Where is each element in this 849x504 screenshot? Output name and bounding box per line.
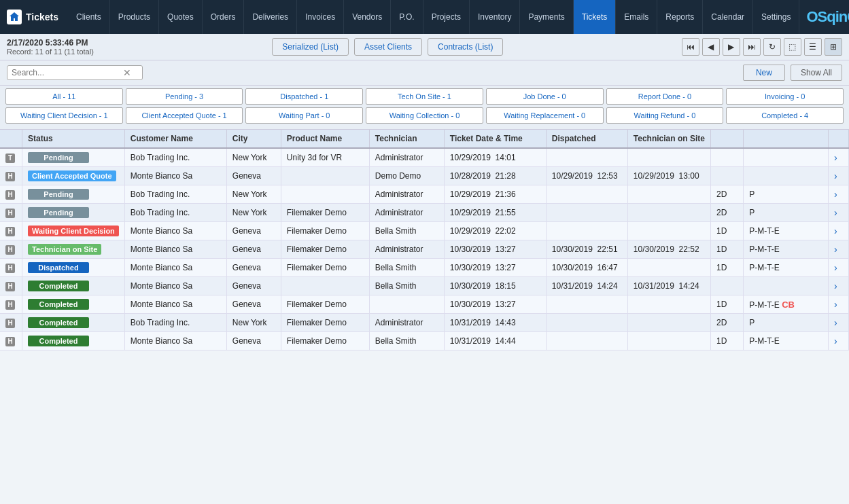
row-detail-chevron[interactable]: › — [834, 336, 837, 346]
cell-arrow[interactable]: › — [829, 204, 849, 222]
filter-all[interactable]: All - 11 — [5, 88, 123, 105]
prev-record-button[interactable]: ◀ — [702, 38, 720, 56]
row-detail-chevron[interactable]: › — [834, 170, 837, 181]
table-row: H Waiting Client Decision Monte Bianco S… — [0, 222, 849, 240]
menu-button[interactable]: ☰ — [804, 38, 822, 56]
nav-deliveries[interactable]: Deliveries — [244, 0, 297, 34]
cell-arrow[interactable]: › — [829, 295, 849, 314]
cell-technician: Administrator — [369, 148, 444, 167]
nav-clients[interactable]: Clients — [68, 0, 110, 34]
filter-tech-on-site[interactable]: Tech On Site - 1 — [366, 88, 483, 105]
first-record-button[interactable]: ⏮ — [682, 38, 699, 56]
nav-vendors[interactable]: Vendors — [344, 0, 391, 34]
next-record-button[interactable]: ▶ — [723, 38, 740, 56]
asset-clients-button[interactable]: Asset Clients — [354, 38, 422, 56]
cell-product: Filemaker Demo — [281, 314, 369, 332]
filter-waiting-collection[interactable]: Waiting Collection - 0 — [366, 107, 483, 124]
nav-inventory[interactable]: Inventory — [470, 0, 520, 34]
cell-status: Technician on Site — [22, 240, 125, 259]
row-detail-chevron[interactable]: › — [834, 317, 837, 328]
cell-dispatched — [546, 332, 627, 350]
contracts-list-button[interactable]: Contracts (List) — [428, 38, 503, 56]
cell-extra2: P-M-T-E — [744, 259, 829, 277]
cell-customer: Bob Trading Inc. — [124, 185, 226, 204]
cell-product: Filemaker Demo — [281, 259, 369, 277]
nav-orders[interactable]: Orders — [203, 0, 245, 34]
cell-arrow[interactable]: › — [829, 240, 849, 259]
cell-arrow[interactable]: › — [829, 185, 849, 204]
cell-extra1: 1D — [710, 222, 743, 240]
cell-city: New York — [226, 148, 281, 167]
filter-client-accepted-quote[interactable]: Client Accepted Quote - 1 — [126, 107, 243, 124]
cell-type: H — [0, 167, 22, 185]
row-detail-chevron[interactable]: › — [834, 244, 837, 255]
expand-button[interactable]: ⬚ — [784, 38, 801, 56]
filter-dispatched[interactable]: Dispatched - 1 — [245, 88, 363, 105]
type-badge: H — [5, 172, 15, 181]
nav-po[interactable]: P.O. — [391, 0, 423, 34]
app-logo[interactable]: Tickets — [0, 0, 68, 34]
table-row: H Completed Monte Bianco Sa Geneva Filem… — [0, 295, 849, 314]
nav-payments[interactable]: Payments — [520, 0, 573, 34]
filter-report-done[interactable]: Report Done - 0 — [606, 88, 724, 105]
nav-settings[interactable]: Settings — [753, 0, 799, 34]
cell-extra1 — [710, 167, 743, 185]
nav-quotes[interactable]: Quotes — [159, 0, 203, 34]
grid-view-button[interactable]: ⊞ — [825, 38, 842, 56]
filter-waiting-part[interactable]: Waiting Part - 0 — [245, 107, 363, 124]
table-row: H Completed Monte Bianco Sa Geneva Bella… — [0, 277, 849, 295]
cell-dispatched — [546, 148, 627, 167]
type-badge: H — [5, 245, 15, 255]
row-detail-chevron[interactable]: › — [834, 189, 837, 200]
table-row: H Completed Monte Bianco Sa Geneva Filem… — [0, 332, 849, 350]
filter-pending[interactable]: Pending - 3 — [126, 88, 243, 105]
row-detail-chevron[interactable]: › — [834, 152, 837, 163]
cell-arrow[interactable]: › — [829, 259, 849, 277]
cell-extra2: P — [744, 185, 829, 204]
show-all-button[interactable]: Show All — [791, 65, 842, 81]
row-detail-chevron[interactable]: › — [834, 262, 837, 273]
cell-status: Waiting Client Decision — [22, 222, 125, 240]
cell-product: Filemaker Demo — [281, 222, 369, 240]
cell-arrow[interactable]: › — [829, 222, 849, 240]
new-button[interactable]: New — [743, 65, 785, 81]
refresh-button[interactable]: ↻ — [763, 38, 781, 56]
nav-tickets[interactable]: Tickets — [574, 0, 617, 34]
filter-invoicing[interactable]: Invoicing - 0 — [726, 88, 844, 105]
cell-arrow[interactable]: › — [829, 314, 849, 332]
filter-waiting-client-decision[interactable]: Waiting Client Decision - 1 — [5, 107, 123, 124]
nav-reports[interactable]: Reports — [657, 0, 703, 34]
cell-extra1: 1D — [710, 332, 743, 350]
nav-products[interactable]: Products — [110, 0, 159, 34]
filter-job-done[interactable]: Job Done - 0 — [486, 88, 604, 105]
cell-extra2 — [744, 148, 829, 167]
cell-arrow[interactable]: › — [829, 277, 849, 295]
nav-invoices[interactable]: Invoices — [297, 0, 344, 34]
filter-waiting-refund[interactable]: Waiting Refund - 0 — [606, 107, 724, 124]
cell-type: H — [0, 295, 22, 314]
cell-arrow[interactable]: › — [829, 167, 849, 185]
row-detail-chevron[interactable]: › — [834, 281, 837, 291]
col-header-status: Status — [22, 130, 125, 148]
row-detail-chevron[interactable]: › — [834, 226, 837, 236]
last-record-button[interactable]: ⏭ — [743, 38, 761, 56]
nav-emails[interactable]: Emails — [616, 0, 657, 34]
cell-arrow[interactable]: › — [829, 148, 849, 167]
filter-waiting-replacement[interactable]: Waiting Replacement - 0 — [486, 107, 604, 124]
cell-ticket-datetime: 10/29/2019 21:36 — [444, 185, 546, 204]
search-clear-icon[interactable]: ✕ — [123, 67, 131, 78]
row-detail-chevron[interactable]: › — [834, 207, 837, 218]
cell-dispatched — [546, 314, 627, 332]
nav-projects[interactable]: Projects — [423, 0, 470, 34]
cell-customer: Monte Bianco Sa — [124, 277, 226, 295]
search-input[interactable] — [12, 68, 120, 77]
filter-completed[interactable]: Completed - 4 — [726, 107, 844, 124]
row-detail-chevron[interactable]: › — [834, 299, 837, 310]
type-badge: H — [5, 282, 15, 291]
serialized-list-button[interactable]: Serialized (List) — [272, 38, 349, 56]
cell-city: Geneva — [226, 259, 281, 277]
cell-arrow[interactable]: › — [829, 332, 849, 350]
cell-product — [281, 185, 369, 204]
cell-ticket-datetime: 10/29/2019 14:01 — [444, 148, 546, 167]
nav-calendar[interactable]: Calendar — [703, 0, 753, 34]
